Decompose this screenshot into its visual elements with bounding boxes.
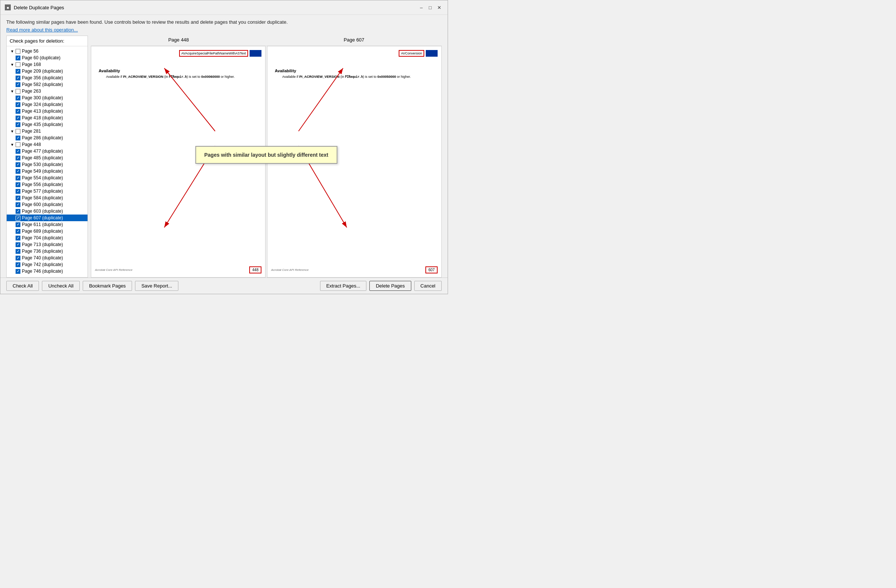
extract-pages-button[interactable]: Extract Pages... <box>320 281 367 291</box>
bottom-bar: Check All Uncheck All Bookmark Pages Sav… <box>0 278 448 294</box>
tree-item-p736[interactable]: Page 736 (duplicate) <box>7 248 87 255</box>
bottom-bar-right: Extract Pages... Delete Pages Cancel <box>320 281 442 291</box>
label-p746: Page 746 (duplicate) <box>22 269 63 274</box>
tree-item-p300[interactable]: Page 300 (duplicate) <box>7 94 87 101</box>
maximize-button[interactable]: □ <box>426 3 434 12</box>
checkbox-p209[interactable] <box>15 69 20 74</box>
tree-item-p549[interactable]: Page 549 (duplicate) <box>7 168 87 175</box>
tree-item-p418[interactable]: Page 418 (duplicate) <box>7 114 87 121</box>
checkbox-p435[interactable] <box>15 122 20 127</box>
checkbox-p281[interactable] <box>15 129 20 134</box>
save-report-button[interactable]: Save Report... <box>135 281 178 291</box>
checkbox-p413[interactable] <box>15 109 20 114</box>
expand-icon-p448[interactable]: ▼ <box>10 142 15 147</box>
tree-item-p485[interactable]: Page 485 (duplicate) <box>7 155 87 161</box>
checkbox-p603[interactable] <box>15 209 20 214</box>
checkbox-p556[interactable] <box>15 182 20 187</box>
checkbox-p600[interactable] <box>15 202 20 207</box>
checkbox-p607[interactable] <box>15 216 20 220</box>
label-p742: Page 742 (duplicate) <box>22 262 63 267</box>
checkbox-p746[interactable] <box>15 269 20 274</box>
checkbox-p418[interactable] <box>15 115 20 120</box>
label-p413: Page 413 (duplicate) <box>22 109 63 114</box>
label-p281: Page 281 <box>22 129 41 134</box>
minimize-button[interactable]: – <box>417 3 425 12</box>
tree-item-p577[interactable]: Page 577 (duplicate) <box>7 188 87 194</box>
uncheck-all-button[interactable]: Uncheck All <box>42 281 80 291</box>
checkbox-p582[interactable] <box>15 82 20 87</box>
checkbox-p356[interactable] <box>15 76 20 81</box>
page607-top-right: AVConversion <box>399 50 437 57</box>
checkbox-p448[interactable] <box>15 142 20 147</box>
checkbox-p554[interactable] <box>15 176 20 181</box>
tree-item-p209[interactable]: Page 209 (duplicate) <box>7 68 87 74</box>
tree-item-p689[interactable]: Page 689 (duplicate) <box>7 228 87 234</box>
tree-item-p56[interactable]: ▼Page 56 <box>7 48 87 55</box>
check-all-button[interactable]: Check All <box>6 281 39 291</box>
tree-item-p448[interactable]: ▼Page 448 <box>7 141 87 148</box>
tree-item-p603[interactable]: Page 603 (duplicate) <box>7 208 87 214</box>
tree-item-p704[interactable]: Page 704 (duplicate) <box>7 234 87 241</box>
tree-item-p600[interactable]: Page 600 (duplicate) <box>7 201 87 208</box>
checkbox-p611[interactable] <box>15 222 20 227</box>
tree-item-p435[interactable]: Page 435 (duplicate) <box>7 121 87 128</box>
tree-item-p356[interactable]: Page 356 (duplicate) <box>7 74 87 81</box>
tree-item-p60[interactable]: Page 60 (duplicate) <box>7 55 87 61</box>
checkbox-p300[interactable] <box>15 96 20 100</box>
expand-icon-p263[interactable]: ▼ <box>10 88 15 94</box>
tree-item-p554[interactable]: Page 554 (duplicate) <box>7 175 87 181</box>
checkbox-p324[interactable] <box>15 102 20 107</box>
expand-icon-p56[interactable]: ▼ <box>10 49 15 54</box>
tree-item-p286[interactable]: Page 286 (duplicate) <box>7 135 87 141</box>
tree-item-p607[interactable]: Page 607 (duplicate) <box>7 214 87 221</box>
checkbox-p477[interactable] <box>15 149 20 154</box>
label-p418: Page 418 (duplicate) <box>22 115 63 120</box>
checkbox-p713[interactable] <box>15 242 20 247</box>
tree-item-p746[interactable]: Page 746 (duplicate) <box>7 268 87 275</box>
tree-item-p413[interactable]: Page 413 (duplicate) <box>7 108 87 114</box>
page607-blue-rect <box>426 50 437 57</box>
expand-icon-p281[interactable]: ▼ <box>10 129 15 134</box>
tree-item-p477[interactable]: Page 477 (duplicate) <box>7 148 87 155</box>
window-icon: ■ <box>5 5 11 11</box>
label-p477: Page 477 (duplicate) <box>22 149 63 154</box>
right-panel: Page 448 Page 607 AVAcquireSpecialFilePa… <box>91 36 442 278</box>
tree-item-p713[interactable]: Page 713 (duplicate) <box>7 241 87 248</box>
checkbox-p549[interactable] <box>15 169 20 174</box>
tree-item-p168[interactable]: ▼Page 168 <box>7 61 87 68</box>
checkbox-p530[interactable] <box>15 162 20 167</box>
tree-item-p582[interactable]: Page 582 (duplicate) <box>7 81 87 88</box>
checkbox-p286[interactable] <box>15 135 20 140</box>
checkbox-p168[interactable] <box>15 62 20 67</box>
checkbox-p263[interactable] <box>15 89 20 94</box>
tree-scroll[interactable]: ▼Page 56Page 60 (duplicate)▼Page 168Page… <box>7 46 87 277</box>
checkbox-p60[interactable] <box>15 56 20 61</box>
checkbox-p689[interactable] <box>15 229 20 234</box>
cancel-button[interactable]: Cancel <box>414 281 442 291</box>
bookmark-pages-button[interactable]: Bookmark Pages <box>83 281 132 291</box>
tree-item-p530[interactable]: Page 530 (duplicate) <box>7 161 87 168</box>
checkbox-p736[interactable] <box>15 249 20 254</box>
checkbox-p577[interactable] <box>15 189 20 194</box>
tree-item-p556[interactable]: Page 556 (duplicate) <box>7 181 87 188</box>
checkbox-p485[interactable] <box>15 156 20 160</box>
page448-section: Availability <box>99 68 258 73</box>
tree-item-p263[interactable]: ▼Page 263 <box>7 88 87 94</box>
checkbox-p56[interactable] <box>15 49 20 54</box>
tree-item-p281[interactable]: ▼Page 281 <box>7 128 87 135</box>
checkbox-p742[interactable] <box>15 262 20 267</box>
expand-icon-p168[interactable]: ▼ <box>10 62 15 67</box>
checkbox-p740[interactable] <box>15 256 20 260</box>
checkbox-p584[interactable] <box>15 196 20 201</box>
label-p300: Page 300 (duplicate) <box>22 95 63 100</box>
delete-pages-button[interactable]: Delete Pages <box>369 281 411 291</box>
tree-item-p584[interactable]: Page 584 (duplicate) <box>7 194 87 201</box>
close-button[interactable]: ✕ <box>435 3 443 12</box>
tree-item-p740[interactable]: Page 740 (duplicate) <box>7 255 87 261</box>
read-more-link[interactable]: Read more about this operation... <box>6 27 78 33</box>
checkbox-p704[interactable] <box>15 236 20 240</box>
tree-item-p742[interactable]: Page 742 (duplicate) <box>7 261 87 268</box>
tree-item-p611[interactable]: Page 611 (duplicate) <box>7 221 87 228</box>
label-p435: Page 435 (duplicate) <box>22 122 63 127</box>
tree-item-p324[interactable]: Page 324 (duplicate) <box>7 101 87 108</box>
